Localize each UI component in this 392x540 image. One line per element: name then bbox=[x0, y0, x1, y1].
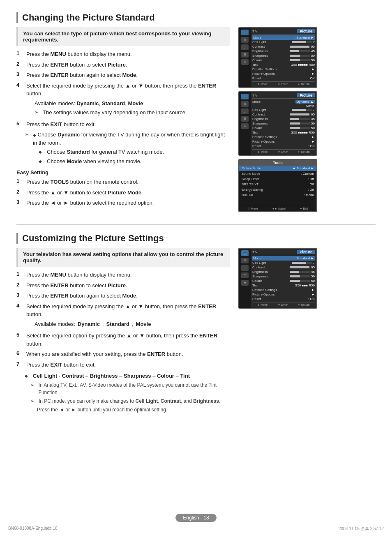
diamond2-icon: ◆ bbox=[39, 149, 44, 156]
tools-srs-value: : Off bbox=[308, 182, 314, 186]
tv-mode-dropdown: Dynamic ▲ bbox=[295, 100, 315, 104]
s2-note-1: ➢ In Analog TV, Ext., AV, S-Video modes … bbox=[25, 381, 230, 396]
bullet1: ➢ ◆ Choose Dynamic for viewing the TV du… bbox=[25, 131, 230, 147]
tv-sharpness-label4: Sharpness bbox=[252, 275, 268, 278]
tv-picopt-arrow2: ► bbox=[311, 140, 315, 143]
tv-detailed-label4: Detailed Settings bbox=[252, 288, 277, 292]
tv-brightness-row: Brightness 45 bbox=[252, 49, 315, 53]
tv-reset-row2: Reset : OK bbox=[252, 144, 315, 148]
tv-colour-value2: 50 bbox=[290, 126, 315, 130]
tv-label4: T V bbox=[252, 250, 257, 254]
tv-picopt-row4: Picture Options ► bbox=[252, 292, 315, 297]
tv-contrast-row: Contrast 95 bbox=[252, 44, 315, 49]
s2-note-2-text: In PC mode, you can only make changes to… bbox=[39, 397, 220, 405]
tv-tint-value: G50 ■■■■■ R50 bbox=[291, 63, 315, 67]
tv-main4: T V Picture Mode : Standard ► Cell Light bbox=[251, 249, 316, 308]
tv-header2: T V Picture bbox=[252, 93, 315, 99]
tv-picopt-label2: Picture Options bbox=[252, 140, 275, 143]
tools-sleep-row: Sleep Timer : Off bbox=[239, 176, 316, 182]
tv-footer2: ⇕ Move ↵ Enter ↩ Return bbox=[252, 149, 315, 154]
diamond-note: ◆ bbox=[25, 373, 30, 380]
tv-cellight-row2: Cell Light 7 bbox=[252, 108, 315, 112]
tv-reset-row4: Reset : OK bbox=[252, 297, 315, 301]
footer-enter2: ↵ Enter bbox=[278, 150, 288, 154]
tools-soundmode-value: : Custom bbox=[301, 172, 314, 175]
tv-sharpness-value4: 50 bbox=[290, 275, 315, 278]
s2-step4-sub: Available modes: Dynamic, Standard, Movi… bbox=[35, 320, 230, 328]
step1-text: Press the MENU button to display the men… bbox=[26, 50, 132, 58]
arrow-icon: ➢ bbox=[35, 108, 40, 117]
tv-icon4c: ⚙ bbox=[241, 258, 249, 263]
tv-icon4b: ☰ bbox=[241, 116, 249, 122]
tv-brightness-value4: 45 bbox=[290, 270, 315, 274]
step4-num: 4 bbox=[16, 82, 23, 88]
tv-reset-label2: Reset bbox=[252, 144, 261, 148]
s2-step5: 5 Select the required option by pressing… bbox=[16, 332, 230, 348]
easy-step3-num: 3 bbox=[16, 199, 23, 205]
footer-move4: ⇕ Move bbox=[257, 303, 267, 307]
tv-colour-row: Colour 50 bbox=[252, 58, 315, 62]
easy-step2-num: 2 bbox=[16, 189, 23, 195]
bullet1-content: ◆ Choose Dynamic for viewing the TV duri… bbox=[33, 131, 230, 147]
tv-reset-value: : OK bbox=[308, 76, 315, 80]
step3: 3 Press the ENTER button again to select… bbox=[16, 71, 230, 79]
s2-step6-text: When you are satisfied with your setting… bbox=[26, 350, 183, 358]
s2-step7-text: Press the EXIT button to exit. bbox=[26, 361, 96, 369]
s2-step2-num: 2 bbox=[16, 282, 23, 288]
tools-header: Tools bbox=[239, 160, 316, 166]
step2-text: Press the ENTER button to select Picture… bbox=[26, 61, 127, 69]
tools-dual-row: Dual I-II : Mono bbox=[239, 192, 316, 198]
tv-brightness-value: 45 bbox=[290, 49, 315, 53]
tv-picopt-label4: Picture Options bbox=[252, 293, 275, 296]
s2-step4-num: 4 bbox=[16, 302, 23, 309]
tv-contrast-value2: 95 bbox=[290, 113, 315, 116]
tv-cellight-row: Cell Light 7 bbox=[252, 40, 315, 44]
step4: 4 Select the required mode by pressing t… bbox=[16, 82, 230, 118]
tv-sidebar1: 📺 ⚙ ♪ ☰ ★ bbox=[239, 28, 251, 87]
tv-footer4: ⇕ Move ↵ Enter ↩ Return bbox=[252, 302, 315, 307]
tv-colour-label4: Colour bbox=[252, 279, 262, 283]
footer-enter4: ↵ Enter bbox=[278, 303, 288, 307]
tv-picopt-row2: Picture Options ► bbox=[252, 139, 315, 144]
footer-return: ↩ Return bbox=[298, 83, 310, 86]
tv-tint-label2: Tint bbox=[252, 131, 258, 134]
tv-colour-label2: Colour bbox=[252, 126, 262, 130]
s2-step6-num: 6 bbox=[16, 350, 23, 356]
step4-content: Select the required mode by pressing the… bbox=[26, 82, 230, 118]
tv-detailed-label: Detailed Settings bbox=[252, 67, 277, 71]
tools-srs-row: SRS TS XT : Off bbox=[239, 182, 316, 187]
s2-step3-num: 3 bbox=[16, 292, 23, 298]
tv-sharpness-value: 50 bbox=[290, 54, 315, 58]
tv-tint-label4: Tint bbox=[252, 284, 258, 287]
tv-header1: T V Picture bbox=[252, 29, 315, 35]
tools-picmode-value: ◄ Standard ► bbox=[292, 166, 314, 170]
tv-colour-value: 50 bbox=[290, 58, 315, 62]
tv-icon2b: ⚙ bbox=[241, 101, 249, 107]
step4-modes-text: Available modes: Dynamic, Standard, Movi… bbox=[35, 99, 143, 108]
tools-soundmode-row: Sound Mode : Custom bbox=[239, 171, 316, 176]
tv-cellight-label: Cell Light bbox=[252, 40, 266, 44]
tv-icon4f: ★ bbox=[241, 280, 249, 286]
tv-icon-active2: 📺 bbox=[241, 94, 249, 99]
tv-icon4e: ☰ bbox=[241, 272, 249, 278]
tv-icon-active4: 📺 bbox=[241, 250, 249, 256]
tv-brightness-row2: Brightness 45 bbox=[252, 117, 315, 121]
section2-title: Customizing the Picture Settings bbox=[16, 233, 376, 244]
footer-return4: ↩ Return bbox=[298, 303, 310, 307]
tv-sidebar2: 📺 ⚙ ♪ ☰ ★ bbox=[239, 92, 251, 155]
easy-step2: 2 Press the ▲ or ▼ button to select Pict… bbox=[16, 189, 230, 197]
tv-menu-title2: Picture bbox=[297, 93, 315, 97]
tv-screen4: 📺 ⚙ ♪ ☰ ★ T V Picture Mo bbox=[238, 248, 317, 309]
tv-cellight-label2: Cell Light bbox=[252, 108, 266, 112]
screenshots-section2: 📺 ⚙ ♪ ☰ ★ T V Picture Mo bbox=[238, 248, 321, 415]
tv-screen3-tools: Tools Picture Mode ◄ Standard ► Sound Mo… bbox=[238, 159, 317, 212]
tv-mode-label4: Mode bbox=[253, 256, 261, 260]
page-container: Changing the Picture Standard You can se… bbox=[0, 0, 392, 540]
tv-tint-value2: G50 ■■■■■ R50 bbox=[291, 131, 315, 134]
s2-step7: 7 Press the EXIT button to exit. bbox=[16, 361, 230, 369]
tv-brightness-label4: Brightness bbox=[252, 270, 268, 274]
tv-contrast-label4: Contrast bbox=[252, 265, 265, 269]
tools-energy-row: Energy Saving : Off bbox=[239, 187, 316, 192]
footer-left: BN68-01808A-Eng.indb 18 bbox=[8, 526, 58, 532]
tv-brightness-value2: 45 bbox=[290, 117, 315, 121]
